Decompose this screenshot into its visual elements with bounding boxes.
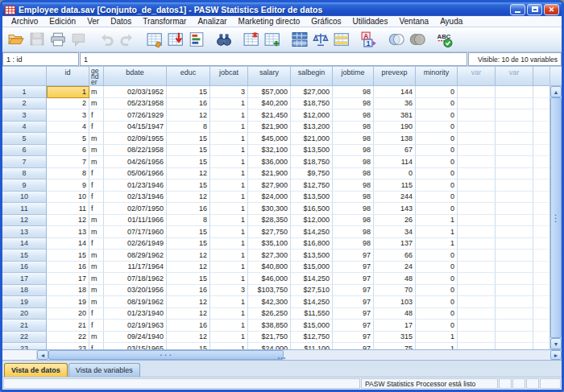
row-header-6[interactable]: 6	[2, 145, 47, 157]
cell[interactable]: 10	[47, 192, 89, 204]
cell[interactable]	[496, 98, 533, 110]
cell[interactable]: $40,200	[248, 98, 291, 110]
menu-ayuda[interactable]: Ayuda	[434, 17, 468, 26]
cell[interactable]: 98	[333, 203, 374, 215]
cell[interactable]: 97	[333, 332, 374, 344]
cell[interactable]: $18,750	[291, 156, 333, 168]
cell[interactable]: 4	[47, 122, 89, 134]
cell[interactable]: 03/20/1956	[104, 285, 167, 297]
cell[interactable]: 98	[333, 86, 374, 98]
cell[interactable]: $9,750	[291, 168, 333, 180]
cell[interactable]: 02/07/1950	[104, 203, 167, 215]
cell[interactable]: 3	[210, 86, 248, 98]
cell[interactable]: 115	[374, 179, 416, 192]
row-header-4[interactable]: 4	[2, 122, 47, 134]
cell[interactable]: 07/26/1929	[104, 109, 167, 122]
cell[interactable]: $16,800	[291, 238, 333, 250]
cell[interactable]	[458, 226, 496, 238]
cell[interactable]	[458, 98, 496, 110]
row-header-9[interactable]: 9	[2, 179, 47, 192]
cell[interactable]: 1	[416, 226, 458, 238]
menu-gr-ficos[interactable]: Gráficos	[305, 17, 346, 26]
cell[interactable]	[458, 168, 496, 180]
cell[interactable]: 98	[333, 98, 374, 110]
cell[interactable]	[458, 122, 496, 134]
cell[interactable]: 98	[333, 109, 374, 122]
cell[interactable]	[496, 285, 533, 297]
row-header-22[interactable]: 22	[2, 332, 47, 344]
cell[interactable]	[458, 296, 496, 308]
row-header-18[interactable]: 18	[2, 285, 47, 297]
cell[interactable]: 15	[167, 145, 210, 157]
cell[interactable]: 1	[210, 250, 248, 262]
cell[interactable]: 12	[167, 332, 210, 344]
cell[interactable]	[496, 320, 533, 332]
row-header-15[interactable]: 15	[2, 250, 47, 262]
cell[interactable]: $12,000	[291, 109, 333, 122]
cell[interactable]: 98	[333, 122, 374, 134]
cell[interactable]	[496, 250, 533, 262]
cell[interactable]: 1	[210, 122, 248, 134]
cell[interactable]: 0	[416, 133, 458, 145]
cell[interactable]: $38,850	[248, 320, 291, 332]
cell[interactable]: $14,250	[291, 226, 333, 238]
row-header-3[interactable]: 3	[2, 109, 47, 122]
cell[interactable]: $27,000	[291, 86, 333, 98]
cell[interactable]: $24,000	[248, 192, 291, 204]
cell[interactable]: f	[89, 179, 104, 192]
cell[interactable]	[458, 156, 496, 168]
cell[interactable]	[496, 226, 533, 238]
cell[interactable]: 5	[47, 133, 89, 145]
cell[interactable]: 23	[47, 343, 89, 349]
cell[interactable]: $46,000	[248, 273, 291, 285]
cell[interactable]: 15	[167, 179, 210, 192]
cell[interactable]: 20	[47, 308, 89, 320]
tab-vista-de-variables[interactable]: Vista de variables	[68, 363, 140, 377]
cell[interactable]: 02/03/1952	[104, 86, 167, 98]
cell[interactable]: $36,000	[248, 156, 291, 168]
cell[interactable]: 97	[333, 320, 374, 332]
cell[interactable]: 1	[416, 215, 458, 227]
cell[interactable]: $103,750	[248, 285, 291, 297]
cell[interactable]: 14	[47, 238, 89, 250]
row-header-7[interactable]: 7	[2, 156, 47, 168]
cell[interactable]: 34	[374, 226, 416, 238]
cell[interactable]: $27,900	[248, 179, 291, 192]
cell[interactable]: $57,000	[248, 86, 291, 98]
cell[interactable]: 0	[416, 296, 458, 308]
cell[interactable]: 02/19/1963	[104, 320, 167, 332]
cell[interactable]	[458, 320, 496, 332]
cell[interactable]: 97	[333, 308, 374, 320]
column-header-jobcat[interactable]: jobcat	[210, 67, 248, 86]
cell[interactable]: $27,750	[248, 226, 291, 238]
row-header-16[interactable]: 16	[2, 262, 47, 274]
cell[interactable]: $11,550	[291, 308, 333, 320]
cell[interactable]: 98	[333, 215, 374, 227]
cell[interactable]: 11/17/1964	[104, 262, 167, 274]
cell[interactable]	[458, 86, 496, 98]
cell[interactable]: 0	[416, 86, 458, 98]
cell[interactable]: 0	[416, 179, 458, 192]
cell[interactable]	[458, 109, 496, 122]
row-header-11[interactable]: 11	[2, 203, 47, 215]
scroll-down-arrow-icon[interactable]: ▼	[550, 338, 562, 349]
cell[interactable]: 03/15/1965	[104, 343, 167, 349]
goto-case-icon[interactable]	[144, 29, 165, 50]
cell[interactable]: 02/13/1946	[104, 192, 167, 204]
cell[interactable]	[496, 156, 533, 168]
cell[interactable]: 244	[374, 192, 416, 204]
cell[interactable]	[458, 262, 496, 274]
cell[interactable]	[458, 203, 496, 215]
cell[interactable]: $21,450	[248, 109, 291, 122]
cell[interactable]: 15	[167, 343, 210, 349]
cell[interactable]: m	[89, 86, 104, 98]
cell[interactable]	[458, 145, 496, 157]
cell[interactable]: 1	[210, 273, 248, 285]
cell[interactable]: 04/26/1956	[104, 156, 167, 168]
row-header-23[interactable]: 23	[2, 343, 47, 349]
cell[interactable]: m	[89, 285, 104, 297]
cell[interactable]	[496, 192, 533, 204]
cell[interactable]: 98	[333, 179, 374, 192]
cell[interactable]	[458, 133, 496, 145]
cell[interactable]: m	[89, 332, 104, 344]
